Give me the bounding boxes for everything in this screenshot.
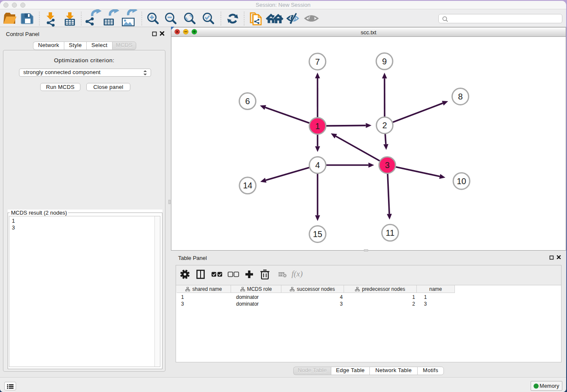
svg-text:6: 6 <box>245 97 250 106</box>
svg-text:7: 7 <box>315 57 320 66</box>
svg-text:11: 11 <box>386 228 395 237</box>
svg-text:3: 3 <box>385 160 390 170</box>
svg-text:14: 14 <box>243 181 252 190</box>
svg-text:2: 2 <box>382 121 387 130</box>
svg-text:15: 15 <box>313 229 322 239</box>
svg-text:9: 9 <box>382 57 387 66</box>
svg-text:1: 1 <box>315 121 320 131</box>
svg-text:4: 4 <box>315 160 320 170</box>
svg-text:10: 10 <box>457 177 466 186</box>
svg-text:8: 8 <box>458 92 462 101</box>
